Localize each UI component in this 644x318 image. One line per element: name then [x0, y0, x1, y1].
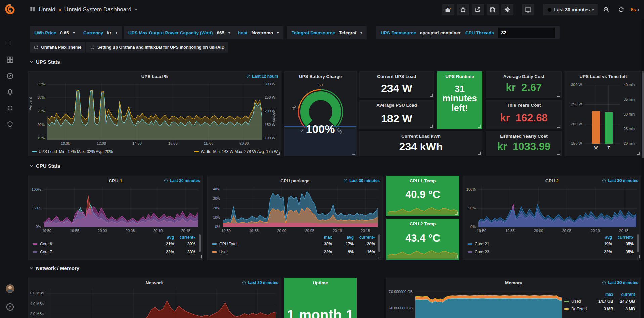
server-admin-shield-icon[interactable]: [0, 117, 20, 132]
section-ups-stats[interactable]: UPS Stats: [30, 59, 60, 65]
ups-load-chart[interactable]: [47, 83, 262, 140]
variable-value[interactable]: apcupsd-container: [420, 30, 461, 35]
cycle-view-mode-button[interactable]: [522, 4, 534, 15]
panel-title[interactable]: Average Daily Cost: [486, 74, 561, 79]
refresh-button[interactable]: [615, 4, 627, 15]
variable-value[interactable]: 0.65: [60, 30, 69, 35]
legend-scrollbar[interactable]: [378, 234, 380, 252]
section-cpu-stats[interactable]: CPU Stats: [30, 163, 60, 169]
legend-scrollbar[interactable]: [637, 234, 639, 252]
add-panel-button[interactable]: [442, 4, 454, 15]
help-icon[interactable]: ?: [0, 300, 20, 314]
variable-label[interactable]: CPU Threads: [465, 30, 494, 35]
legend-col-avg[interactable]: avg: [591, 235, 612, 240]
variable-label[interactable]: Telegraf Datasource: [292, 30, 335, 35]
legend-row[interactable]: Core 621%39%: [33, 242, 195, 246]
section-network-memory[interactable]: Network / Memory: [30, 265, 79, 271]
configuration-gear-icon[interactable]: [0, 101, 20, 116]
series-name[interactable]: UPS Load: [39, 149, 57, 154]
chevron-down-icon[interactable]: ▾: [73, 31, 75, 35]
page-scrollbar[interactable]: [641, 0, 644, 318]
memory-chart[interactable]: [415, 289, 562, 318]
variable-label[interactable]: UPS Datasource: [381, 30, 416, 35]
legend-col-current[interactable]: current▾: [354, 235, 375, 240]
legend-col-max[interactable]: max: [311, 235, 332, 240]
variable-label[interactable]: host: [238, 30, 248, 35]
share-button[interactable]: [472, 4, 484, 15]
panel-title[interactable]: CPU 2 Temp: [386, 221, 459, 226]
refresh-interval-label: 5s: [631, 7, 636, 12]
legend-row[interactable]: Buffered3 MB3 MB: [564, 307, 635, 311]
page-scrollbar-thumb[interactable]: [642, 71, 644, 158]
create-icon[interactable]: [0, 36, 20, 50]
legend-scrollbar[interactable]: [199, 234, 201, 252]
title-caret-icon[interactable]: ▾: [135, 8, 137, 12]
temp-sparkline: [388, 249, 458, 258]
panel-title[interactable]: UPS Load %: [28, 74, 281, 79]
chevron-down-icon[interactable]: ▾: [116, 31, 117, 35]
variable-value[interactable]: Nostromo: [252, 30, 273, 35]
panel-title[interactable]: UPS Runtime: [437, 74, 482, 79]
explore-icon[interactable]: [0, 69, 20, 83]
page-title[interactable]: Unraid System Dashboard: [64, 6, 131, 13]
cpu2-chart[interactable]: [478, 187, 636, 227]
variable-value[interactable]: Telegraf: [339, 30, 357, 35]
dashboards-icon[interactable]: [0, 52, 20, 67]
axis-tick: 60.000000 GB: [386, 306, 413, 310]
variable-value[interactable]: kr: [107, 30, 111, 35]
legend-row[interactable]: Core 2322%35%: [468, 249, 634, 254]
axis-tick: 19:50: [216, 229, 236, 233]
variable-label[interactable]: Currency: [83, 30, 103, 35]
chevron-down-icon[interactable]: ▾: [360, 31, 362, 35]
axis-tick: 19:55: [244, 229, 264, 233]
panel-title[interactable]: Estimated Yearly Cost: [486, 134, 561, 139]
panel-title[interactable]: Current UPS Load: [360, 74, 434, 79]
panel-title[interactable]: UPS Load vs Time left: [565, 74, 641, 79]
legend-col-current[interactable]: current: [613, 292, 635, 297]
avatar[interactable]: [0, 281, 20, 296]
legend-col-current[interactable]: current▾: [612, 235, 634, 240]
grafana-logo-icon[interactable]: [0, 1, 20, 18]
legend-col-current[interactable]: current▾: [174, 235, 195, 240]
favorite-star-button[interactable]: [457, 4, 469, 15]
dashboard-settings-button[interactable]: [501, 4, 513, 15]
ups-bar-chart[interactable]: [585, 85, 620, 144]
chevron-down-icon[interactable]: ▾: [277, 31, 279, 35]
chevron-down-icon[interactable]: ▾: [228, 31, 230, 35]
axis-tick: 20:05: [300, 229, 320, 233]
panel-title[interactable]: CPU 1 Temp: [386, 178, 459, 183]
legend-row[interactable]: Core 722%33%: [33, 249, 195, 254]
cpu-package-chart[interactable]: [223, 187, 378, 227]
legend-col-max[interactable]: max: [592, 292, 613, 297]
cpu-threads-input[interactable]: [498, 28, 555, 38]
axis-tick: 20:00: [234, 141, 255, 145]
variable-label[interactable]: UPS Max Output Power Capacity (Watt): [128, 30, 213, 35]
panel-title[interactable]: UPS Battery Charge: [284, 74, 356, 79]
legend-row[interactable]: User22%9%16%: [212, 249, 375, 254]
link-ups-monitoring-guide[interactable]: Setting up Grafana and InfluxDB for UPS …: [86, 42, 228, 53]
legend-row[interactable]: Core 2119%35%: [468, 242, 634, 246]
save-button[interactable]: [487, 4, 499, 15]
panel-title[interactable]: Current Load kWh: [360, 134, 482, 139]
variable-label[interactable]: kWh Price: [34, 30, 56, 35]
cpu1-chart[interactable]: [44, 187, 198, 227]
breadcrumb-folder[interactable]: Unraid: [39, 6, 55, 13]
legend: maxavgcurrent▾ CPU Total38%17%28% User22…: [212, 235, 375, 257]
refresh-interval-dropdown[interactable]: 5s ▾: [631, 7, 639, 12]
panel-title[interactable]: Uptime: [284, 280, 356, 285]
panel-title[interactable]: Average PSU Load: [360, 103, 434, 108]
panel-title[interactable]: This Years Cost: [486, 103, 561, 108]
zoom-out-button[interactable]: [600, 4, 612, 15]
network-chart[interactable]: [46, 289, 276, 318]
legend-row[interactable]: Used14.7 GB14.7 GB: [564, 299, 635, 304]
series-name[interactable]: Watts: [201, 149, 211, 154]
axis-tick: 100%: [28, 187, 41, 191]
legend-row[interactable]: CPU Total38%17%28%: [212, 242, 375, 246]
link-grafana-plex-theme[interactable]: Grafana Plex Theme: [30, 42, 85, 53]
legend-col-avg[interactable]: avg: [152, 235, 174, 240]
axis-tick: 19:55: [64, 229, 85, 233]
time-range-picker[interactable]: Last 30 minutes ▾: [543, 4, 598, 15]
alerting-bell-icon[interactable]: [0, 85, 20, 99]
variable-value[interactable]: 865: [217, 30, 225, 35]
legend-col-avg[interactable]: avg: [332, 235, 354, 240]
